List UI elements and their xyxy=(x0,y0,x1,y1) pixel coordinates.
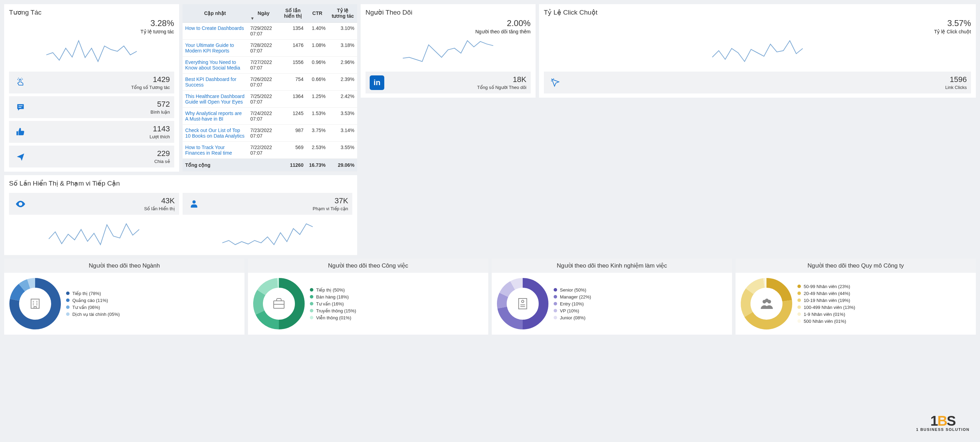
legend-item[interactable]: Junior (08%) xyxy=(554,315,591,320)
legend-item[interactable]: VP (10%) xyxy=(554,308,591,314)
legend-item[interactable]: Truyền thông (15%) xyxy=(310,308,356,314)
table-header-1[interactable]: Ngày▼ xyxy=(248,4,280,22)
followers-total-label: Tổng số Người Theo dõi xyxy=(388,85,527,90)
comment-icon xyxy=(13,100,28,115)
table-row[interactable]: How to Create Dashboards 7/29/2022 07:07… xyxy=(183,22,358,40)
engagement-title: Tương Tác xyxy=(9,8,174,16)
post-title[interactable]: How to Track Your Finances in Real time xyxy=(183,142,248,159)
ctr-card: Tỷ Lệ Click Chuột 3.57% Tỷ lệ Click chuộ… xyxy=(539,4,976,98)
share-icon xyxy=(13,149,28,164)
donut-chart xyxy=(740,278,792,330)
engagement-pct-label: Tỷ lệ tương tác xyxy=(9,29,174,35)
total-label: Tổng cộng xyxy=(183,159,248,172)
donut-card-0: Người theo dõi theo Ngành Tiếp thị (78%)… xyxy=(4,258,245,334)
post-title[interactable]: Your Ultimate Guide to Modern KPI Report… xyxy=(183,40,248,57)
engagement-metric-comment: 572 Bình luận xyxy=(9,96,174,118)
ctr-title: Tỷ Lệ Click Chuột xyxy=(544,8,971,16)
table-row[interactable]: Your Ultimate Guide to Modern KPI Report… xyxy=(183,40,358,57)
legend-item[interactable]: 100-499 Nhân viên (13%) xyxy=(797,305,855,310)
engagement-metric-tap: 1429 Tổng số Tương tác xyxy=(9,71,174,93)
cursor-icon xyxy=(548,75,563,90)
post-title[interactable]: How to Create Dashboards xyxy=(183,22,248,40)
table-row[interactable]: How to Track Your Finances in Real time … xyxy=(183,142,358,159)
donut-title: Người theo dõi theo Ngành xyxy=(4,258,245,273)
followers-pct-label: Người theo dõi tăng thêm xyxy=(366,29,531,35)
donut-chart xyxy=(496,278,549,330)
table-header-4[interactable]: Tỷ lệ tương tác xyxy=(328,4,357,22)
engagement-sparkline xyxy=(9,37,174,65)
donut-legend: 50-99 Nhân viên (23%)20-49 Nhân viên (44… xyxy=(797,282,855,326)
table-row[interactable]: Check out Our List of Top 10 Books on Da… xyxy=(183,125,358,142)
engagement-metrics: 1429 Tổng số Tương tác 572 Bình luận 114… xyxy=(9,71,174,168)
ctr-sparkline xyxy=(544,37,971,65)
impressions-sparkline xyxy=(9,220,179,248)
legend-item[interactable]: Dịch vụ tài chính (05%) xyxy=(66,312,119,317)
sort-desc-icon: ▼ xyxy=(250,16,255,21)
reach-val: 37K xyxy=(205,196,348,205)
linkedin-icon: in xyxy=(370,75,384,90)
impressions-metric: 43K Số lần Hiển thị xyxy=(9,193,179,215)
ctr-metric: 1596 Link Clicks xyxy=(544,71,971,93)
legend-item[interactable]: Tiếp thị (78%) xyxy=(66,291,119,296)
eye-icon xyxy=(13,196,28,211)
table-row[interactable]: Why Analytical reports are A Must-have i… xyxy=(183,108,358,125)
table-row[interactable]: Best KPI Dashboard for Success 7/26/2022… xyxy=(183,74,358,91)
legend-item[interactable]: 10-19 Nhân viên (19%) xyxy=(797,298,855,303)
impressions-label: Số lần Hiển thị xyxy=(32,206,175,211)
followers-pct: 2.00% xyxy=(366,18,531,28)
followers-card: Người Theo Dõi 2.00% Người theo dõi tăng… xyxy=(361,4,536,98)
donut-legend: Tiếp thị (78%)Quảng cáo (11%)Tư vấn (06%… xyxy=(66,289,119,318)
donut-title: Người theo dõi theo Kinh nghiệm làm việc xyxy=(492,258,732,273)
ctr-pct-label: Tỷ lệ Click chuột xyxy=(544,29,971,35)
followers-sparkline xyxy=(366,37,531,65)
donut-row: Người theo dõi theo Ngành Tiếp thị (78%)… xyxy=(4,258,976,334)
followers-title: Người Theo Dõi xyxy=(366,8,531,16)
dashboard-grid: Người Theo Dõi 2.00% Người theo dõi tăng… xyxy=(4,4,976,255)
legend-item[interactable]: Tư vấn (06%) xyxy=(66,305,119,310)
donut-card-2: Người theo dõi theo Kinh nghiệm làm việc… xyxy=(492,258,732,334)
reach-sparkline xyxy=(183,220,353,248)
legend-item[interactable]: Viễn thông (01%) xyxy=(310,315,356,320)
legend-item[interactable]: Tiếp thị (50%) xyxy=(310,287,356,293)
post-title[interactable]: Everything You Need to Know about Social… xyxy=(183,57,248,74)
ctr-pct: 3.57% xyxy=(544,18,971,28)
reach-metric: 37K Phạm vi Tiếp cận xyxy=(183,193,353,215)
legend-item[interactable]: Manager (22%) xyxy=(554,294,591,299)
total-eng: 29.06% xyxy=(328,159,357,172)
donut-title: Người theo dõi theo Công việc xyxy=(248,258,488,273)
svg-point-0 xyxy=(192,200,196,203)
table-header-3[interactable]: CTR xyxy=(306,4,328,22)
legend-item[interactable]: Tư vấn (16%) xyxy=(310,301,356,306)
donut-chart xyxy=(9,278,61,330)
legend-item[interactable]: Senior (50%) xyxy=(554,287,591,293)
link-clicks-label: Link Clicks xyxy=(567,85,967,90)
table-row[interactable]: Everything You Need to Know about Social… xyxy=(183,57,358,74)
post-title[interactable]: Best KPI Dashboard for Success xyxy=(183,74,248,91)
donut-card-3: Người theo dõi theo Quy mô Công ty 50-99… xyxy=(735,258,976,334)
legend-item[interactable]: 500 Nhân viên (01%) xyxy=(797,318,855,324)
like-icon xyxy=(13,125,28,139)
legend-item[interactable]: Entry (10%) xyxy=(554,301,591,306)
post-title[interactable]: This Healthcare Dashboard Guide will Ope… xyxy=(183,91,248,108)
table-header-2[interactable]: Số lần hiển thị xyxy=(280,4,306,22)
tap-icon xyxy=(13,75,28,90)
post-title[interactable]: Check out Our List of Top 10 Books on Da… xyxy=(183,125,248,142)
legend-item[interactable]: 20-49 Nhân viên (44%) xyxy=(797,291,855,296)
posts-table-card: Cập nhậtNgày▼Số lần hiển thịCTRTỷ lệ tươ… xyxy=(183,4,358,172)
engagement-card: Tương Tác 3.28% Tỷ lệ tương tác 1429 Tổn… xyxy=(4,4,179,172)
post-title[interactable]: Why Analytical reports are A Must-have i… xyxy=(183,108,248,125)
legend-item[interactable]: 50-99 Nhân viên (23%) xyxy=(797,284,855,289)
donut-legend: Tiếp thị (50%)Bán hàng (18%)Tư vấn (16%)… xyxy=(310,286,356,322)
svg-point-4 xyxy=(522,300,524,303)
legend-item[interactable]: Bán hàng (18%) xyxy=(310,294,356,299)
reach-title: Số Lần Hiển Thị & Phạm vi Tiếp Cận xyxy=(9,179,352,187)
table-row[interactable]: This Healthcare Dashboard Guide will Ope… xyxy=(183,91,358,108)
legend-item[interactable]: Quảng cáo (11%) xyxy=(66,298,119,303)
reach-label: Phạm vi Tiếp cận xyxy=(205,206,348,211)
legend-item[interactable]: 1-9 Nhân viên (01%) xyxy=(797,312,855,317)
svg-point-7 xyxy=(765,298,769,302)
engagement-metric-like: 1143 Lượt thích xyxy=(9,121,174,143)
table-header-0[interactable]: Cập nhật xyxy=(183,4,248,22)
engagement-metric-share: 229 Chia sẻ xyxy=(9,146,174,168)
donut-card-1: Người theo dõi theo Công việc Tiếp thị (… xyxy=(248,258,488,334)
